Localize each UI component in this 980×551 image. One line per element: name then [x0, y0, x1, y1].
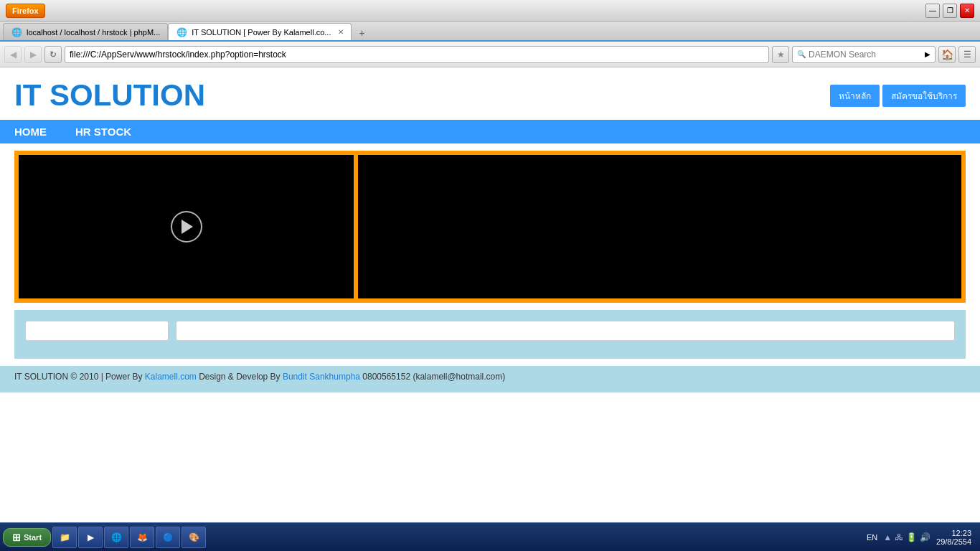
folder-icon: 📁 — [59, 532, 70, 543]
video-section — [14, 151, 966, 303]
taskbar-item-media[interactable]: ▶ — [78, 527, 103, 548]
footer-middle: Design & Develop By — [197, 372, 283, 382]
tab1-favicon: 🌐 — [11, 27, 22, 38]
taskbar: ⊞ Start 📁 ▶ 🌐 🦊 🔵 🎨 EN ▲ 🖧 🔋 🔊 12:23 29/… — [0, 522, 980, 551]
firefox-menu-button[interactable]: Firefox — [6, 4, 45, 18]
arrow-up-icon: ▲ — [883, 532, 892, 542]
tab-1[interactable]: 🌐 localhost / localhost / hrstock | phpM… — [3, 23, 168, 40]
webpage-content: IT SOLUTION หน้าหลัก สมัครขอใช้บริการ HO… — [0, 67, 980, 522]
back-button[interactable]: ◀ — [4, 46, 22, 63]
language-indicator: EN — [867, 533, 877, 542]
form-input-right[interactable] — [176, 321, 955, 341]
windows-logo-icon: ⊞ — [12, 532, 21, 543]
tab2-label: IT SOLUTION [ Power By Kalamell.co... — [192, 28, 331, 37]
clock: 12:23 29/8/2554 — [936, 529, 971, 546]
title-bar: Firefox — ❐ ✕ — [0, 0, 980, 22]
address-bar[interactable] — [65, 46, 769, 63]
taskbar-item-ie[interactable]: 🌐 — [104, 527, 128, 548]
footer: IT SOLUTION © 2010 | Power By Kalamell.c… — [0, 366, 980, 392]
bookmark-icon[interactable]: ★ — [772, 46, 789, 63]
chrome-icon: 🔵 — [162, 532, 174, 543]
home-page-button[interactable]: หน้าหลัก — [830, 85, 880, 107]
minimize-button[interactable]: — — [925, 4, 940, 18]
video-player-right[interactable] — [358, 155, 961, 298]
restore-button[interactable]: ❐ — [943, 4, 957, 18]
tab2-close-icon[interactable]: ✕ — [338, 28, 344, 36]
header-buttons: หน้าหลัก สมัครขอใช้บริการ — [830, 85, 966, 107]
firefox-icon: 🦊 — [136, 532, 148, 543]
register-button[interactable]: สมัครขอใช้บริการ — [882, 85, 966, 107]
form-input-left[interactable] — [25, 321, 169, 341]
start-button[interactable]: ⊞ Start — [3, 528, 51, 547]
taskbar-item-firefox[interactable]: 🦊 — [130, 527, 154, 548]
video-player-left[interactable] — [19, 155, 354, 298]
tab-2[interactable]: 🌐 IT SOLUTION [ Power By Kalamell.co... … — [168, 23, 352, 40]
taskbar-item-paint[interactable]: 🎨 — [182, 527, 206, 548]
taskbar-item-chrome[interactable]: 🔵 — [156, 527, 180, 548]
volume-icon: 🔊 — [920, 532, 930, 542]
nav-home[interactable]: HOME — [14, 126, 47, 138]
footer-link-bundit[interactable]: Bundit Sankhumpha — [283, 372, 360, 382]
form-row — [25, 321, 955, 341]
form-section — [14, 310, 966, 359]
new-tab-button[interactable]: + — [354, 26, 369, 40]
battery-icon: 🔋 — [906, 532, 917, 542]
search-input[interactable] — [809, 50, 922, 60]
close-button[interactable]: ✕ — [960, 4, 974, 18]
daemon-search-icon: 🔍 — [797, 50, 806, 58]
search-submit-icon[interactable]: ▶ — [925, 50, 930, 58]
network-icon: 🖧 — [895, 532, 903, 542]
footer-text: IT SOLUTION © 2010 | Power By — [14, 372, 145, 382]
footer-end: 0800565152 (kalamell@hotmail.com) — [360, 372, 505, 382]
start-label: Start — [24, 533, 42, 542]
nav-hrstock[interactable]: HR STOCK — [75, 126, 131, 138]
ie-icon: 🌐 — [110, 532, 122, 543]
menu-button[interactable]: ☰ — [958, 46, 976, 63]
site-title: IT SOLUTION — [14, 78, 205, 113]
refresh-button[interactable]: ↻ — [44, 46, 62, 63]
system-tray-icons: ▲ 🖧 🔋 🔊 — [883, 532, 930, 542]
clock-date: 29/8/2554 — [936, 537, 971, 546]
paint-icon: 🎨 — [188, 532, 199, 543]
page-header: IT SOLUTION หน้าหลัก สมัครขอใช้บริการ — [0, 67, 980, 120]
taskbar-right-area: EN ▲ 🖧 🔋 🔊 12:23 29/8/2554 — [867, 529, 977, 546]
search-box: 🔍 ▶ — [792, 46, 936, 63]
clock-time: 12:23 — [936, 529, 971, 537]
tab-bar: 🌐 localhost / localhost / hrstock | phpM… — [0, 22, 980, 42]
home-button[interactable]: 🏠 — [938, 46, 956, 63]
play-button[interactable] — [171, 211, 202, 242]
tab2-favicon: 🌐 — [176, 27, 187, 38]
forward-button[interactable]: ▶ — [24, 46, 42, 63]
footer-link-kalamell[interactable]: Kalamell.com — [145, 372, 197, 382]
main-nav-menu: HOME HR STOCK — [0, 120, 980, 143]
tab1-label: localhost / localhost / hrstock | phpM..… — [27, 28, 160, 37]
play-icon — [182, 220, 193, 234]
taskbar-item-folder[interactable]: 📁 — [52, 527, 77, 548]
media-player-icon: ▶ — [85, 532, 96, 543]
navigation-bar: ◀ ▶ ↻ ★ 🔍 ▶ 🏠 ☰ — [0, 42, 980, 67]
